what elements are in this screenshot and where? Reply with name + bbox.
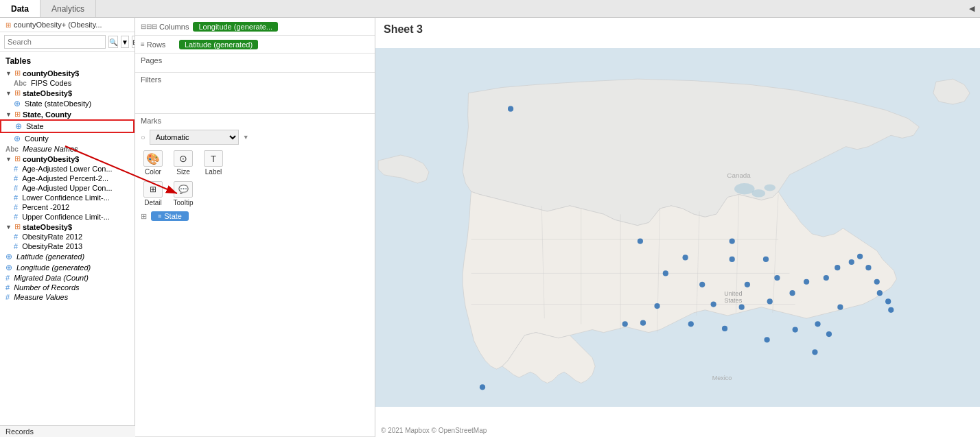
svg-point-29 [711, 301, 716, 307]
svg-point-20 [638, 239, 643, 244]
tree-item-num-records[interactable]: # Number of Records [0, 283, 135, 292]
tree-item-obesity-2012[interactable]: # ObesityRate 2012 [0, 232, 135, 241]
svg-text:States: States [725, 297, 743, 304]
tree-item-measure-names[interactable]: Abc Measure Names [0, 144, 135, 154]
tree-label: stateObesity$ [23, 89, 72, 97]
tree-item-age-upper[interactable]: # Age-Adjusted Upper Con... [0, 183, 135, 193]
svg-point-21 [682, 255, 688, 260]
svg-point-12 [734, 183, 755, 194]
filter-button[interactable]: ▼ [121, 36, 129, 48]
tree-item-county[interactable]: ⊕ County [0, 133, 135, 144]
tree-item-latitude[interactable]: ⊕ Latitude (generated) [0, 251, 135, 262]
rows-icon: ≡ [141, 40, 145, 48]
svg-point-37 [857, 254, 863, 259]
toggle-arrow: ▼ [5, 224, 12, 231]
tab-data[interactable]: Data [0, 0, 40, 17]
svg-point-49 [793, 327, 798, 332]
marks-tooltip-btn[interactable]: 💬 Tooltip [171, 181, 196, 206]
tree-item-longitude[interactable]: ⊕ Longitude (generated) [0, 262, 135, 273]
tree-label: Number of Records [14, 283, 79, 292]
tree-item-age-percent[interactable]: # Age-Adjusted Percent-2... [0, 174, 135, 183]
latitude-pill[interactable]: Latitude (generated) [179, 40, 258, 49]
search-button[interactable]: 🔍 [108, 36, 118, 48]
svg-point-13 [751, 189, 765, 197]
rows-label: ≡ Rows [141, 40, 175, 49]
tree-label: Age-Adjusted Upper Con... [22, 184, 112, 192]
longitude-pill[interactable]: Longitude (generate... [193, 22, 278, 32]
filters-section: Filters [135, 73, 375, 114]
tree-label: Latitude (generated) [16, 252, 84, 261]
tree-label: Upper Confidence Limit-... [22, 213, 110, 221]
tree-label: countyObesity$ [23, 155, 80, 163]
tab-analytics[interactable]: Analytics [40, 0, 96, 17]
tree-item-state[interactable]: ⊕ State [0, 119, 135, 133]
globe-icon: ⊕ [14, 99, 21, 108]
tooltip-label: Tooltip [174, 199, 194, 206]
tree-item-lower-conf[interactable]: # Lower Confidence Limit-... [0, 193, 135, 202]
tree-item-countyobesity[interactable]: ▼ ⊞ countyObesity$ [0, 68, 135, 78]
tree-label: stateObesity$ [23, 223, 72, 231]
tree-item-upper-conf[interactable]: # Upper Confidence Limit-... [0, 212, 135, 222]
datasource-icon: ⊞ [5, 21, 11, 29]
size-icon: ⊙ [174, 150, 193, 167]
tree-item-stateobesity2[interactable]: ▼ ⊞ stateObesity$ [0, 222, 135, 232]
toggle-arrow: ▼ [5, 111, 12, 118]
label-label: Label [205, 168, 222, 176]
tree-label: ObesityRate 2013 [22, 242, 82, 250]
globe-icon: ⊕ [5, 252, 12, 261]
map-copyright: © 2021 Mapbox © OpenStreetMap [381, 427, 487, 434]
tree-item-migrated[interactable]: # Migrated Data (Count) [0, 273, 135, 283]
pill-equals-icon: ≡ [158, 213, 161, 220]
rows-shelf: ≡ Rows Latitude (generated) [135, 36, 375, 54]
left-content: Tables ▼ ⊞ countyObesity$ Abc FIPS Codes… [0, 52, 135, 437]
map-panel: Sheet 3 [375, 18, 980, 437]
top-tabs: Data Analytics ◀ [0, 0, 980, 18]
tree-item-stateobesity[interactable]: ▼ ⊞ stateObesity$ [0, 88, 135, 98]
records-label: Records [5, 427, 34, 436]
tree-item-age-lower[interactable]: # Age-Adjusted Lower Con... [0, 164, 135, 174]
marks-size-btn[interactable]: ⊙ Size [171, 150, 196, 176]
marks-type-row: ○ Automatic ▼ [141, 127, 369, 147]
svg-point-40 [877, 290, 883, 296]
svg-point-34 [824, 275, 829, 281]
search-input[interactable] [4, 35, 106, 49]
tree-item-state-stateobesity[interactable]: ⊕ State (stateObesity) [0, 98, 135, 109]
size-label: Size [176, 168, 189, 176]
tree-label: Age-Adjusted Lower Con... [22, 165, 112, 173]
tree-item-percent-2012[interactable]: # Percent -2012 [0, 202, 135, 212]
middle-panel: ⊟⊟⊟ Columns Longitude (generate... ≡ Row… [135, 18, 375, 437]
svg-point-32 [789, 290, 795, 296]
collapse-btn[interactable]: ◀ [969, 4, 980, 13]
tree-item-state-county-group[interactable]: ▼ ⊞ State, County [0, 109, 135, 119]
tree-label: County [25, 134, 49, 143]
state-pill[interactable]: ≡ State [151, 211, 189, 221]
svg-point-38 [865, 265, 871, 270]
datasource-row[interactable]: ⊞ countyObesity+ (Obesity... [0, 18, 135, 32]
toggle-arrow: ▼ [5, 156, 12, 163]
tree-item-obesity-2013[interactable]: # ObesityRate 2013 [0, 241, 135, 251]
marks-detail-btn[interactable]: ⊞ Detail [141, 181, 165, 206]
marks-color-btn[interactable]: 🎨 Color [141, 150, 165, 176]
tree-label: Longitude (generated) [16, 263, 91, 272]
svg-point-47 [722, 326, 727, 331]
dropdown-arrow: ▼ [243, 134, 249, 141]
svg-point-51 [826, 331, 832, 337]
marks-state-row: ⊞ ≡ State [141, 209, 369, 223]
marks-type-select[interactable]: Automatic [150, 130, 239, 145]
hash-icon: # [5, 283, 10, 292]
tree-label: Age-Adjusted Percent-2... [22, 174, 108, 182]
hash-icon: # [14, 174, 18, 182]
abc-icon: Abc [14, 80, 27, 87]
tree-item-measure-values[interactable]: # Measure Values [0, 292, 135, 302]
bottom-spacer [0, 302, 135, 322]
hash-icon: # [14, 242, 18, 250]
tooltip-icon: 💬 [174, 181, 193, 198]
svg-point-24 [699, 282, 705, 287]
svg-point-22 [730, 239, 735, 244]
search-row: 🔍 ▼ ⊞ [0, 32, 135, 52]
svg-text:Canada: Canada [727, 172, 751, 179]
tree-item-countyobesity2[interactable]: ▼ ⊞ countyObesity$ [0, 154, 135, 164]
tree-item-fips[interactable]: Abc FIPS Codes [0, 78, 135, 88]
marks-label-btn[interactable]: T Label [201, 150, 226, 176]
svg-point-42 [888, 307, 894, 313]
